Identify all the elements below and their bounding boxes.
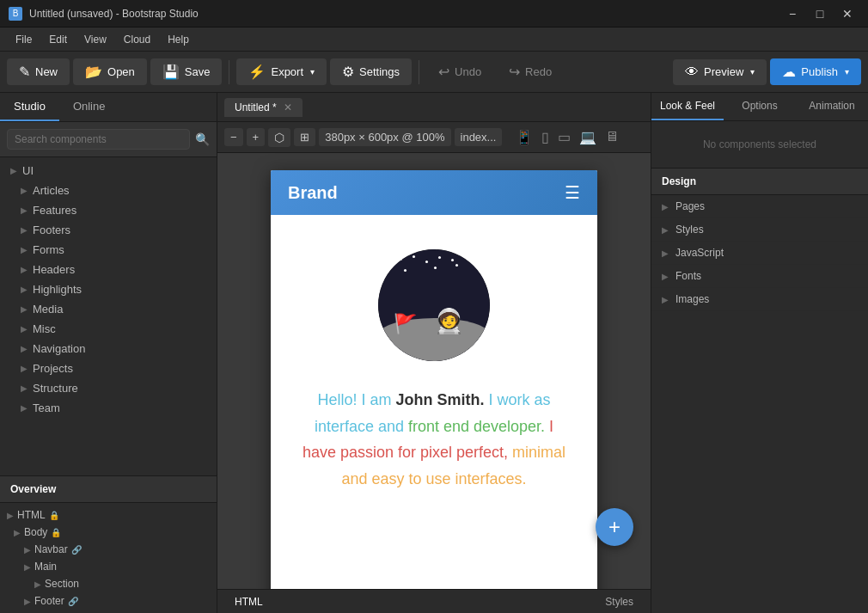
device-laptop-icon[interactable]: 💻 [576,127,600,147]
tree-item-headers[interactable]: ▶ Headers [0,260,217,279]
export-button[interactable]: ⚡ Export ▾ [236,58,327,85]
overview-main[interactable]: ▶ Main [0,558,217,575]
canvas-tab-untitled[interactable]: Untitled * ✕ [224,98,303,117]
redo-label: Redo [525,65,552,78]
tree-section-ui[interactable]: ▶ UI [0,161,217,181]
device-tablet-portrait-icon[interactable]: ▯ [538,127,553,147]
stars-decoration [387,254,389,256]
canvas-mask-button[interactable]: ⬡ [268,128,290,147]
tab-studio[interactable]: Studio [0,93,59,121]
articles-arrow: ▶ [21,186,28,195]
app-icon: B [9,7,22,21]
bottom-html-tab[interactable]: HTML [228,592,270,611]
tree-item-misc[interactable]: ▶ Misc [0,319,217,339]
design-fonts[interactable]: ▶ Fonts [651,265,868,288]
overview-section[interactable]: ▶ Section [0,575,217,592]
device-desktop-icon[interactable]: 🖥 [602,127,622,147]
features-label: Features [33,204,210,217]
media-arrow: ▶ [21,304,28,314]
undo-label: Undo [455,65,481,78]
zoom-in-button[interactable]: + [247,128,266,146]
tab-online[interactable]: Online [59,93,119,121]
overview-footer[interactable]: ▶ Footer 🔗 [0,592,217,610]
tree-item-projects[interactable]: ▶ Projects [0,359,217,378]
tab-animation[interactable]: Animation [796,93,868,120]
tree-item-forms[interactable]: ▶ Forms [0,240,217,260]
tree-item-structure[interactable]: ▶ Structure [0,378,217,398]
open-icon: 📂 [85,64,102,80]
canvas-file-select[interactable]: index... [455,128,503,146]
menu-bar: File Edit View Cloud Help [0,28,868,52]
settings-button[interactable]: ⚙ Settings [330,58,412,85]
minimize-button[interactable]: − [780,2,804,26]
styles-arrow-icon: ▶ [662,225,669,235]
bottom-styles-tab[interactable]: Styles [598,592,640,611]
menu-edit[interactable]: Edit [40,32,76,47]
misc-label: Misc [33,322,210,335]
publish-button[interactable]: ☁ Publish ▾ [770,58,861,85]
zoom-out-button[interactable]: − [224,128,243,146]
device-tablet-landscape-icon[interactable]: ▭ [554,127,574,147]
tree-item-features[interactable]: ▶ Features [0,200,217,220]
open-button[interactable]: 📂 Open [73,58,147,85]
tab-look-feel[interactable]: Look & Feel [651,93,724,120]
main-expand-icon: ▶ [24,562,31,572]
fonts-arrow-icon: ▶ [662,272,669,281]
team-label: Team [33,402,210,414]
undo-button[interactable]: ↩ Undo [426,58,493,85]
canvas-layers-button[interactable]: ⊞ [294,128,315,146]
search-icon[interactable]: 🔍 [195,132,210,146]
open-label: Open [107,65,135,78]
search-bar: 🔍 [0,122,217,157]
tree-item-media[interactable]: ▶ Media [0,299,217,319]
design-javascript[interactable]: ▶ JavaScript [651,242,868,265]
maximize-button[interactable]: □ [808,2,832,26]
canvas-viewport[interactable]: Brand ☰ 🚩 🧑‍🚀 Hello! I am John [217,153,651,589]
canvas-tab-close[interactable]: ✕ [284,101,292,113]
redo-icon: ↪ [509,64,520,80]
device-mobile-icon[interactable]: 📱 [512,127,536,147]
menu-view[interactable]: View [76,32,115,47]
fonts-label: Fonts [675,270,701,282]
forms-arrow: ▶ [21,245,28,254]
tree-item-navigation[interactable]: ▶ Navigation [0,339,217,359]
design-images[interactable]: ▶ Images [651,288,868,311]
device-frame: Brand ☰ 🚩 🧑‍🚀 Hello! I am John [271,170,597,589]
new-button[interactable]: ✎ New [7,58,70,85]
menu-help[interactable]: Help [159,32,198,47]
overview-tree: ▶ HTML 🔒 ▶ Body 🔒 ▶ Navbar 🔗 ▶ Main [0,503,217,613]
preview-button[interactable]: 👁 Preview ▾ [673,59,767,85]
preview-label: Preview [704,65,743,78]
footer-expand-icon: ▶ [24,597,31,606]
design-pages[interactable]: ▶ Pages [651,195,868,218]
settings-label: Settings [359,65,400,78]
tree-item-articles[interactable]: ▶ Articles [0,181,217,200]
tree-item-highlights[interactable]: ▶ Highlights [0,279,217,299]
menu-file[interactable]: File [7,32,40,47]
close-button[interactable]: ✕ [835,2,859,26]
app-title: Untitled (unsaved) - Bootstrap Studio [29,8,199,20]
undo-icon: ↩ [438,64,449,80]
images-label: Images [675,293,709,305]
overview-body[interactable]: ▶ Body 🔒 [0,524,217,541]
structure-label: Structure [33,382,210,395]
fab-add-button[interactable]: + [596,508,633,546]
save-button[interactable]: 💾 Save [150,58,223,85]
file-select-text: index... [461,131,497,144]
design-styles[interactable]: ▶ Styles [651,218,868,242]
redo-button[interactable]: ↪ Redo [497,58,564,85]
sidebar-tabs: Studio Online [0,93,217,122]
right-tabs: Look & Feel Options Animation [651,93,868,121]
footer-link-icon: 🔗 [68,597,78,606]
tree-item-team[interactable]: ▶ Team [0,398,217,418]
overview-navbar[interactable]: ▶ Navbar 🔗 [0,541,217,558]
tree-item-footers[interactable]: ▶ Footers [0,220,217,240]
styles-label: Styles [675,224,704,236]
menu-cloud[interactable]: Cloud [115,32,159,47]
canvas-size-display[interactable]: 380px × 600px @ 100% [319,128,450,146]
left-sidebar: Studio Online 🔍 ▶ UI ▶ Articles ▶ Featur… [0,93,217,613]
tab-options[interactable]: Options [724,93,796,120]
body-label: Body [24,526,47,538]
overview-html[interactable]: ▶ HTML 🔒 [0,506,217,524]
search-input[interactable] [7,129,190,150]
